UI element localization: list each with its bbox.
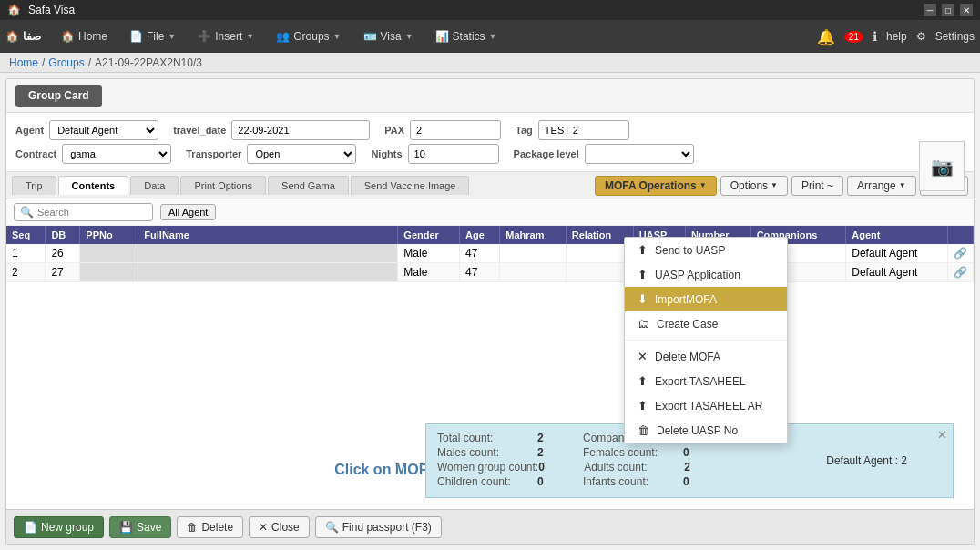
app-logo: 🏠 صفا (5, 30, 41, 43)
menu-file[interactable]: 📄 File ▼ (120, 24, 185, 49)
table-row[interactable]: 2 27 ██████ ████████████████████████ Mal… (6, 263, 974, 282)
cell-db: 27 (46, 263, 80, 282)
dropdown-delete-mofa[interactable]: ✕ Delete MOFA (625, 344, 787, 369)
close-icon: ✕ (259, 521, 268, 534)
maximize-button[interactable]: □ (942, 4, 954, 16)
package-level-select[interactable] (585, 144, 694, 164)
tag-input[interactable] (538, 120, 629, 140)
menu-home[interactable]: 🏠 Home (52, 24, 117, 49)
package-level-group: Package level (514, 144, 694, 164)
tabs-right-buttons: MOFA Operations ▼ Options ▼ Print ~ Arra… (595, 176, 968, 196)
table-body: 1 26 ██████ ████████████████████████ Mal… (6, 244, 974, 282)
tag-label: Tag (516, 125, 533, 136)
tab-print-options[interactable]: Print Options (180, 176, 266, 195)
delete-button[interactable]: 🗑 Delete (177, 516, 243, 538)
males-count-label: Males count: (437, 446, 537, 459)
breadcrumb-home[interactable]: Home (9, 56, 38, 69)
breadcrumb: Home / Groups / A21-09-22PAX2N10/3 (0, 53, 980, 73)
delete-uasp-icon: 🗑 (638, 423, 649, 437)
transporter-select[interactable]: Open (247, 144, 356, 164)
cell-seq: 2 (6, 263, 46, 282)
cell-age: 47 (459, 244, 499, 263)
stats-row-4: Children count: 0 Infants count: 0 (437, 475, 942, 488)
children-count-label: Children count: (437, 475, 537, 488)
col-agent: Agent (846, 226, 948, 244)
table-container: Seq DB PPNo FullName Gender Age Mahram R… (6, 226, 974, 282)
group-card-header: Group Card (6, 79, 974, 113)
menu-statics[interactable]: 📊 Statics ▼ (426, 24, 506, 49)
tab-send-gama[interactable]: Send Gama (268, 176, 349, 195)
agent-select[interactable]: Default Agent (49, 120, 158, 140)
group-card-button[interactable]: Group Card (15, 85, 102, 107)
close-button-bar[interactable]: ✕ Close (249, 516, 310, 538)
pax-input[interactable] (410, 120, 501, 140)
table-header: Seq DB PPNo FullName Gender Age Mahram R… (6, 226, 974, 244)
dropdown-import-mofa[interactable]: ⬇ ImportMOFA (625, 287, 787, 311)
visa-icon: 🪪 (363, 30, 377, 43)
contract-select[interactable]: gama (62, 144, 171, 164)
form-area: Agent Default Agent travel_date PAX Tag (6, 113, 974, 172)
options-button[interactable]: Options ▼ (720, 176, 788, 196)
contract-label: Contract (15, 148, 56, 159)
col-age: Age (459, 226, 499, 244)
tab-data[interactable]: Data (130, 176, 179, 195)
tab-send-vaccine[interactable]: Send Vaccine Image (351, 176, 470, 195)
export-tasaheel-ar-icon: ⬆ (638, 399, 648, 412)
infants-count-value: 0 (683, 475, 710, 488)
notification-bell-icon[interactable]: 🔔 (817, 28, 835, 46)
women-count-label: Women group count: (437, 461, 538, 474)
package-level-label: Package level (514, 148, 579, 159)
stats-close-button[interactable]: ✕ (937, 428, 947, 442)
breadcrumb-current: A21-09-22PAX2N10/3 (95, 56, 202, 69)
logo-text: صفا (23, 30, 41, 43)
save-button[interactable]: 💾 Save (109, 516, 171, 538)
tab-trip[interactable]: Trip (12, 176, 56, 195)
cell-ppno: ██████ (80, 263, 138, 282)
menu-insert[interactable]: ➕ Insert ▼ (189, 24, 263, 49)
contract-group: Contract gama (15, 144, 171, 164)
arrange-button[interactable]: Arrange ▼ (847, 176, 916, 196)
form-row-2: Contract gama Transporter Open Nights (15, 144, 694, 164)
pax-label: PAX (384, 125, 404, 136)
export-tasaheel-icon: ⬆ (638, 374, 648, 388)
tab-contents[interactable]: Contents (58, 176, 129, 195)
new-group-button[interactable]: 📄 New group (14, 516, 104, 538)
menu-groups[interactable]: 👥 Groups ▼ (267, 24, 350, 49)
file-arrow-icon: ▼ (168, 32, 176, 41)
minimize-button[interactable]: ─ (924, 4, 936, 16)
col-fullname: FullName (138, 226, 398, 244)
app-title: Safa Visa (28, 4, 75, 16)
children-count-value: 0 (537, 475, 565, 488)
titlebar-controls[interactable]: ─ □ ✕ (924, 4, 973, 16)
groups-icon: 👥 (276, 30, 290, 43)
find-icon: 🔍 (325, 521, 339, 534)
cell-link[interactable]: 🔗 (948, 263, 974, 282)
dropdown-export-tasaheel[interactable]: ⬆ Export TASAHEEL (625, 369, 787, 393)
mofa-operations-button[interactable]: MOFA Operations ▼ (595, 176, 717, 196)
notification-count: 21 (844, 31, 863, 43)
dropdown-delete-uasp[interactable]: 🗑 Delete UASP No (625, 418, 787, 443)
visa-arrow-icon: ▼ (405, 32, 413, 41)
close-button[interactable]: ✕ (960, 4, 973, 16)
all-agent-button[interactable]: All Agent (160, 204, 216, 220)
dropdown-export-tasaheel-ar[interactable]: ⬆ Export TASAHEEL AR (625, 393, 787, 418)
breadcrumb-groups[interactable]: Groups (48, 56, 84, 69)
dropdown-send-uasp[interactable]: ⬆ Send to UASP (625, 238, 787, 262)
nights-input[interactable] (408, 144, 499, 164)
print-button[interactable]: Print ~ (791, 176, 843, 196)
travel-date-input[interactable] (231, 120, 370, 140)
settings-label[interactable]: Settings (935, 30, 975, 43)
search-box[interactable]: 🔍 (14, 203, 153, 221)
find-passport-button[interactable]: 🔍 Find passport (F3) (315, 516, 442, 538)
col-actions (948, 226, 974, 244)
dropdown-create-case[interactable]: 🗂 Create Case (625, 311, 787, 336)
search-input[interactable] (37, 207, 147, 218)
cell-link[interactable]: 🔗 (948, 244, 974, 263)
help-label[interactable]: help (886, 30, 907, 43)
menubar-right: 🔔 21 ℹ help ⚙ Settings (817, 28, 975, 46)
table-row[interactable]: 1 26 ██████ ████████████████████████ Mal… (6, 244, 974, 263)
dropdown-uasp-application[interactable]: ⬆ UASP Application (625, 262, 787, 287)
nights-label: Nights (371, 148, 402, 159)
photo-box[interactable]: 📷 (919, 141, 965, 191)
menu-visa[interactable]: 🪪 Visa ▼ (354, 24, 423, 49)
